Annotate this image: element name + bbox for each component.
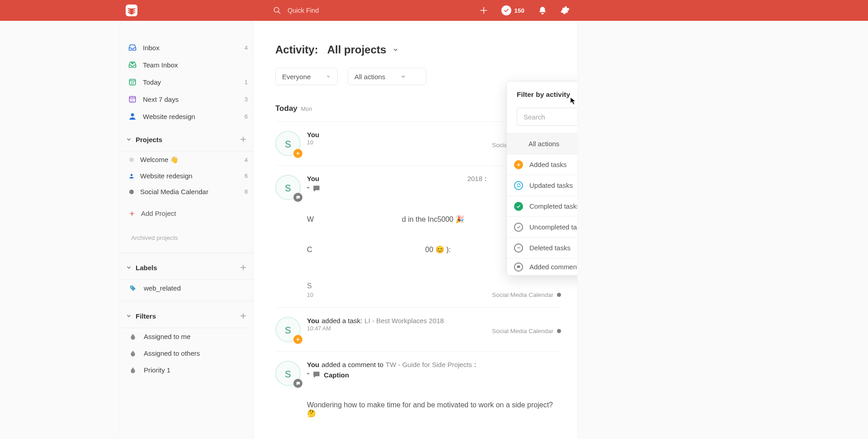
sidebar-item-today[interactable]: 17 Today 1 xyxy=(120,73,253,91)
added-badge-icon xyxy=(293,335,302,344)
filter-item-priority1[interactable]: Priority 1 xyxy=(120,362,253,378)
top-right-actions: 150 xyxy=(480,5,570,15)
event-body: You 2018: " Wd in the Inc5000 🎉 C00 😊 ):… xyxy=(307,175,486,298)
chevron-down-icon xyxy=(126,313,132,319)
filters-title: Filters xyxy=(136,312,235,320)
popover-search-input[interactable] xyxy=(517,108,577,126)
add-project-icon[interactable] xyxy=(239,135,248,144)
app-logo[interactable] xyxy=(126,5,137,16)
event-colon: : xyxy=(474,361,476,368)
popover-item-completed-tasks[interactable]: Completed tasks xyxy=(507,196,577,216)
add-task-icon[interactable] xyxy=(480,6,488,14)
project-welcome-count: 4 xyxy=(245,157,248,163)
event-project-tag[interactable]: Social Media Calendar xyxy=(486,317,561,334)
notifications-icon[interactable] xyxy=(538,6,547,15)
shared-website-label: Website redesign xyxy=(143,113,237,120)
popover-item-label: Uncompleted tasks xyxy=(529,223,577,231)
event-project-tag[interactable]: Social Media Calendar xyxy=(486,291,561,298)
project-website-label: Website redesign xyxy=(140,172,238,180)
event-verb: added a comment to xyxy=(321,361,383,368)
check-circle-icon xyxy=(501,5,511,15)
popover-item-label: All actions xyxy=(528,140,559,148)
check-circle-icon xyxy=(514,202,523,211)
sidebar-item-inbox[interactable]: Inbox 4 xyxy=(120,39,253,56)
project-item-welcome[interactable]: Welcome 👋 4 xyxy=(120,152,253,168)
event-project-name: Social Media Calendar xyxy=(492,291,553,298)
search-input[interactable] xyxy=(288,7,387,14)
svg-point-13 xyxy=(131,113,134,116)
sidebar-item-shared-website[interactable]: Website redesign 6 xyxy=(120,108,253,125)
popover-item-deleted-tasks[interactable]: Deleted tasks xyxy=(507,237,577,258)
projects-section-header[interactable]: Projects xyxy=(120,131,253,148)
project-item-website[interactable]: Website redesign 6 xyxy=(120,168,253,184)
productivity-score[interactable]: 150 xyxy=(501,5,524,15)
chevron-down-icon xyxy=(326,74,331,79)
popover-item-all-actions[interactable]: All actions xyxy=(507,133,577,154)
comment-badge-icon xyxy=(293,379,302,388)
sidebar-item-team-inbox[interactable]: Team Inbox xyxy=(120,56,253,73)
comment-badge-icon xyxy=(293,193,302,202)
settings-icon[interactable] xyxy=(561,6,570,15)
search-icon xyxy=(273,6,281,14)
projects-title: Projects xyxy=(136,136,235,143)
filter-item-assigned-me[interactable]: Assigned to me xyxy=(120,328,253,345)
add-filter-icon[interactable] xyxy=(239,311,248,320)
filter-everyone-select[interactable]: Everyone xyxy=(275,68,338,85)
activity-event[interactable]: s You added a comment to TW - Guide for … xyxy=(275,351,561,439)
add-project-label: Add Project xyxy=(141,210,176,217)
day-date: Today xyxy=(275,104,297,113)
day-sub: Mon xyxy=(301,106,312,112)
filters-section-header[interactable]: Filters xyxy=(120,308,253,324)
sidebar: Inbox 4 Team Inbox 17 Today 1 Next 7 day… xyxy=(120,21,254,439)
svg-point-10 xyxy=(132,99,133,100)
plus-icon xyxy=(128,210,136,217)
label-item-web-related[interactable]: web_related xyxy=(120,280,253,296)
add-project-row[interactable]: Add Project xyxy=(120,205,253,222)
project-smc-label: Social Media Calendar xyxy=(140,188,238,196)
content-area: Activity: All projects Everyone All acti… xyxy=(254,21,577,439)
filter-by-activity-popover: Filter by activity All actions Added tas… xyxy=(506,81,577,276)
minus-circle-icon xyxy=(514,243,523,253)
svg-rect-7 xyxy=(129,96,135,102)
activity-title-project: All projects xyxy=(327,43,387,56)
filter-assigned-others-label: Assigned to others xyxy=(144,349,200,357)
event-who: You xyxy=(307,131,319,138)
labels-section-header[interactable]: Labels xyxy=(120,259,253,276)
event-colon: : xyxy=(485,175,486,182)
popover-item-added-comments[interactable]: Added comments xyxy=(507,258,577,275)
event-year: 2018 xyxy=(467,175,482,182)
top-bar: 150 xyxy=(0,0,868,21)
svg-point-21 xyxy=(131,286,132,287)
chevron-down-icon xyxy=(401,74,406,79)
event-avatar-wrap: s xyxy=(275,175,301,200)
activity-title-selector[interactable]: Activity: All projects xyxy=(275,43,561,56)
filter-actions-select[interactable]: All actions xyxy=(348,68,426,85)
open-quote: " xyxy=(307,185,309,193)
popover-header: Filter by activity xyxy=(507,81,577,104)
next7-count: 3 xyxy=(245,96,248,103)
popover-item-added-tasks[interactable]: Added tasks xyxy=(507,154,577,175)
popover-item-label: Added tasks xyxy=(529,161,567,168)
search-wrap xyxy=(273,6,387,14)
add-label-icon[interactable] xyxy=(239,263,248,272)
shared-website-count: 6 xyxy=(245,113,248,120)
see-more[interactable]: S xyxy=(307,282,486,290)
event-body: You added a task: LI - Best Workplaces 2… xyxy=(307,317,486,332)
activity-title-prefix: Activity: xyxy=(275,43,318,56)
archived-projects-row[interactable]: Archived projects xyxy=(120,228,253,247)
popover-item-uncompleted-tasks[interactable]: Uncompleted tasks xyxy=(507,216,577,237)
project-color-dot xyxy=(129,190,134,194)
sidebar-item-next-7-days[interactable]: Next 7 days 3 xyxy=(120,91,253,108)
filter-priority1-label: Priority 1 xyxy=(144,366,170,374)
popover-item-updated-tasks[interactable]: Updated tasks xyxy=(507,175,577,196)
project-item-smc[interactable]: Social Media Calendar 8 xyxy=(120,184,253,200)
activity-event[interactable]: s You added a task: LI - Best Workplaces… xyxy=(275,307,561,351)
comment-first-line: " xyxy=(307,184,486,193)
chevron-down-icon xyxy=(392,47,399,53)
popover-search-wrap xyxy=(517,108,577,126)
event-who: You xyxy=(307,361,319,368)
filter-item-assigned-others[interactable]: Assigned to others xyxy=(120,345,253,362)
project-website-count: 6 xyxy=(245,172,248,179)
event-task: TW - Guide for Side Projects xyxy=(386,361,472,368)
event-task: LI - Best Workplaces 2018 xyxy=(364,317,444,324)
